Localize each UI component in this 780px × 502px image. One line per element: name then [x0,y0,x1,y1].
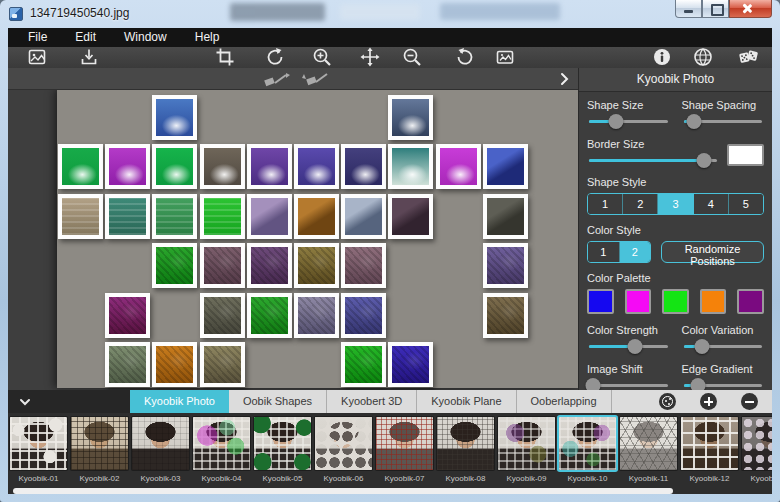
palette-swatch-1[interactable] [587,289,614,314]
photo-tile[interactable] [388,194,433,239]
photo-tile[interactable] [483,194,528,239]
shape-size-slider[interactable]: Shape Size [587,97,670,136]
preset-kyoobik-08[interactable]: Kyoobik-08 [437,417,494,483]
border-color-swatch[interactable] [727,144,764,166]
shape-style-option-1[interactable]: 1 [588,194,623,214]
rotate-right-icon[interactable] [453,46,477,68]
color-strength-slider[interactable]: Color Strength [587,322,670,361]
menu-item-file[interactable]: File [16,28,59,47]
preset-kyoobik-07[interactable]: Kyoobik-07 [376,417,433,483]
photo-tile[interactable] [152,342,197,387]
title-bar[interactable]: 134719450540.jpg [0,0,780,28]
sphere-icon[interactable] [691,46,715,68]
rotate-left-icon[interactable] [263,46,287,68]
preset-kyoobik-04[interactable]: Kyoobik-04 [193,417,250,483]
preset-kyoobik-09[interactable]: Kyoobik-09 [498,417,555,483]
photo-tile[interactable] [483,243,528,288]
photo-tile[interactable] [58,144,103,189]
preset-kyoobik-13[interactable]: Kyoobik-13 [742,417,772,483]
photo-tile[interactable] [105,144,150,189]
export-image-icon[interactable] [493,46,517,68]
slider-thumb[interactable] [697,153,712,168]
new-image-icon[interactable] [25,46,49,68]
tab-kyoobert-3d[interactable]: Kyoobert 3D [327,390,417,413]
preset-kyoobik-11[interactable]: Kyoobik-11 [620,417,677,483]
photo-tile[interactable] [200,144,245,189]
shape-spacing-slider[interactable]: Shape Spacing [682,97,765,136]
preset-kyoobik-06[interactable]: Kyoobik-06 [315,417,372,483]
photo-tile[interactable] [483,293,528,338]
photo-tile[interactable] [247,144,292,189]
slider-thumb[interactable] [686,114,701,129]
tab-kyoobik-plane[interactable]: Kyoobik Plane [417,390,516,413]
edge-gradient-slider[interactable]: Edge Gradient [682,361,765,390]
color-style-option-1[interactable]: 1 [588,242,620,262]
photo-tile[interactable] [152,243,197,288]
photo-tile[interactable] [152,194,197,239]
slider-thumb[interactable] [690,378,705,390]
menu-item-help[interactable]: Help [183,28,232,47]
menu-item-window[interactable]: Window [112,28,179,47]
canvas[interactable] [57,90,578,388]
photo-tile[interactable] [200,342,245,387]
maximize-button[interactable] [702,0,729,18]
palette-swatch-5[interactable] [737,289,764,314]
photo-tile[interactable] [200,194,245,239]
photo-tile[interactable] [294,293,339,338]
menu-item-edit[interactable]: Edit [63,28,108,47]
shape-style-option-3[interactable]: 3 [658,194,693,214]
add-preset-button[interactable] [700,393,717,410]
tab-kyoobik-photo[interactable]: Kyoobik Photo [130,390,229,413]
preset-kyoobik-03[interactable]: Kyoobik-03 [132,417,189,483]
photo-tile[interactable] [341,194,386,239]
remove-preset-button[interactable] [741,393,758,410]
border-size-slider[interactable]: Border Size [587,136,719,175]
info-icon[interactable] [650,46,674,68]
slider-thumb[interactable] [585,378,600,390]
tilt-left-icon[interactable] [262,71,292,91]
photo-tile[interactable] [200,293,245,338]
photo-tile[interactable] [105,194,150,239]
photo-tile[interactable] [105,293,150,338]
palette-swatch-3[interactable] [662,289,689,314]
photo-tile[interactable] [483,144,528,189]
preset-scrollbar[interactable] [13,488,673,494]
slider-thumb[interactable] [608,114,623,129]
panel-toggle-chevron[interactable] [556,71,572,87]
shape-style-option-5[interactable]: 5 [729,194,763,214]
crop-icon[interactable] [213,46,237,68]
preset-kyoobik-10[interactable]: Kyoobik-10 [559,417,616,483]
move-icon[interactable] [358,46,382,68]
photo-tile[interactable] [341,144,386,189]
photo-tile[interactable] [247,293,292,338]
collapse-panel-chevron[interactable] [8,390,42,413]
tab-ooberlapping[interactable]: Ooberlapping [517,390,612,413]
photo-tile[interactable] [247,243,292,288]
photo-tile[interactable] [200,243,245,288]
photo-tile[interactable] [341,342,386,387]
photo-tile[interactable] [388,342,433,387]
zoom-out-icon[interactable] [400,46,424,68]
photo-tile[interactable] [341,243,386,288]
randomize-positions-button[interactable]: Randomize Positions [661,241,764,263]
minimize-button[interactable] [675,0,702,18]
photo-tile[interactable] [294,194,339,239]
shape-style-option-2[interactable]: 2 [623,194,658,214]
dice-icon[interactable] [736,46,760,68]
tab-oobik-shapes[interactable]: Oobik Shapes [229,390,327,413]
preset-kyoobik-02[interactable]: Kyoobik-02 [71,417,128,483]
photo-tile[interactable] [436,144,481,189]
preset-kyoobik-05[interactable]: Kyoobik-05 [254,417,311,483]
color-variation-slider[interactable]: Color Variation [682,322,765,361]
import-icon[interactable] [77,46,101,68]
photo-tile[interactable] [341,293,386,338]
photo-tile[interactable] [294,243,339,288]
photo-tile[interactable] [388,95,433,140]
photo-tile[interactable] [388,144,433,189]
preset-kyoobik-12[interactable]: Kyoobik-12 [681,417,738,483]
preset-kyoobik-01[interactable]: Kyoobik-01 [10,417,67,483]
palette-swatch-2[interactable] [625,289,652,314]
slider-thumb[interactable] [627,339,642,354]
slider-thumb[interactable] [694,339,709,354]
photo-tile[interactable] [152,95,197,140]
